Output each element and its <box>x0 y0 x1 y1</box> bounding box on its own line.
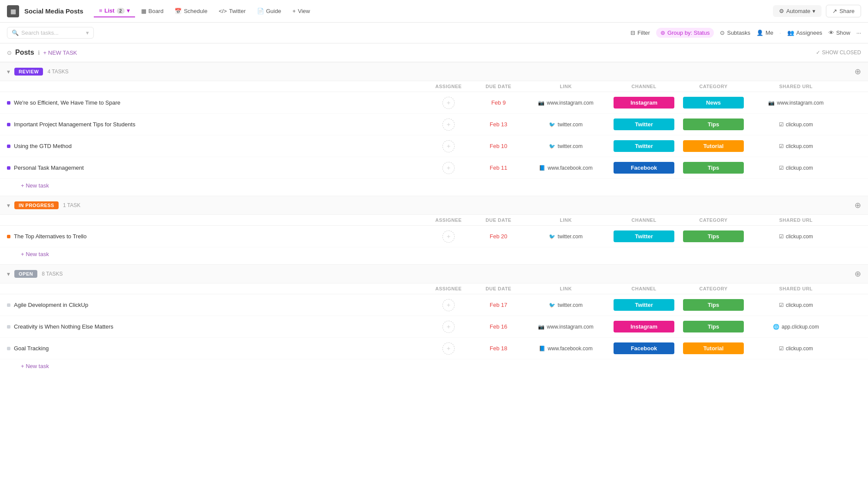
shared-url-cell[interactable]: ☑ clickup.com <box>748 143 844 149</box>
table-row: Personal Task Management ＋ Feb 11 📘 www.… <box>0 157 868 179</box>
category-badge: Tips <box>683 321 744 332</box>
channel-badge: Facebook <box>614 162 674 174</box>
show-closed-button[interactable]: ✓ SHOW CLOSED <box>816 49 861 56</box>
col-header-category: CATEGORY <box>679 84 748 89</box>
task-color-dot <box>7 166 10 170</box>
tab-twitter[interactable]: </> Twitter <box>214 5 251 17</box>
review-group: ▾ REVIEW 4 TASKS ⊕ ASSIGNEE DUE DATE LIN… <box>0 62 868 192</box>
assignee-avatar[interactable]: ＋ <box>442 230 455 243</box>
col-header-link: LINK <box>522 84 609 89</box>
task-color-dot <box>7 145 10 148</box>
assignee-avatar[interactable]: ＋ <box>442 342 455 355</box>
shared-url-cell[interactable]: ☑ clickup.com <box>748 165 844 171</box>
shared-url-cell[interactable]: 📷 www.instagram.com <box>748 100 844 106</box>
filter-button[interactable]: ⊟ Filter <box>630 30 650 36</box>
assignee-avatar[interactable]: ＋ <box>442 162 455 174</box>
clickup-icon: ☑ <box>779 165 784 171</box>
task-name-cell: Important Project Management Tips for St… <box>7 118 422 131</box>
subtasks-button[interactable]: ⊙ Subtasks <box>720 30 750 36</box>
clickup-icon: ☑ <box>779 346 784 352</box>
table-row: Creativity is When Nothing Else Matters … <box>0 316 868 338</box>
inprogress-group: ▾ IN PROGRESS 1 TASK ⊕ ASSIGNEE DUE DATE… <box>0 196 868 261</box>
col-header-due: DUE DATE <box>475 84 522 89</box>
show-button[interactable]: 👁 Show <box>828 30 851 36</box>
due-date-cell: Feb 11 <box>475 165 522 171</box>
instagram-icon: 📷 <box>538 100 545 106</box>
review-add-button[interactable]: ⊕ <box>855 67 861 76</box>
posts-title: Posts <box>15 49 34 56</box>
channel-cell: Twitter <box>609 140 679 152</box>
assignee-avatar[interactable]: ＋ <box>442 140 455 152</box>
more-button[interactable]: ··· <box>856 30 861 36</box>
tab-board[interactable]: ▦ Board <box>136 5 169 17</box>
assignee-avatar[interactable]: ＋ <box>442 299 455 311</box>
check-icon: ✓ <box>816 49 820 56</box>
code-icon: </> <box>219 8 227 14</box>
me-button[interactable]: 👤 Me <box>756 30 773 36</box>
task-color-dot <box>7 123 10 126</box>
task-name[interactable]: Using the GTD Method <box>14 143 72 149</box>
open-collapse-icon[interactable]: ▾ <box>7 270 10 277</box>
tab-list[interactable]: ≡ List 2 ▾ <box>94 5 135 17</box>
inprogress-col-headers: ASSIGNEE DUE DATE LINK CHANNEL CATEGORY … <box>0 215 868 226</box>
list-badge: 2 <box>117 8 125 14</box>
col-header-add <box>844 286 861 291</box>
inprogress-collapse-icon[interactable]: ▾ <box>7 202 10 209</box>
automate-button[interactable]: ⚙ Automate ▾ <box>773 5 822 17</box>
review-new-task-button[interactable]: + New task <box>0 179 868 192</box>
due-date-cell: Feb 9 <box>475 99 522 106</box>
assignee-avatar[interactable]: ＋ <box>442 321 455 333</box>
due-date-cell: Feb 17 <box>475 302 522 308</box>
shared-url-cell[interactable]: ☑ clickup.com <box>748 234 844 240</box>
tab-schedule[interactable]: 📅 Schedule <box>169 5 212 17</box>
open-new-task-button[interactable]: + New task <box>0 359 868 373</box>
link-cell[interactable]: 🐦 twitter.com <box>522 302 609 308</box>
task-name[interactable]: Goal Tracking <box>14 345 49 352</box>
share-button[interactable]: ↗ Share <box>826 5 861 17</box>
shared-url-cell[interactable]: 🌐 app.clickup.com <box>748 324 844 330</box>
shared-url-cell[interactable]: ☑ clickup.com <box>748 122 844 128</box>
shared-url-cell[interactable]: ☑ clickup.com <box>748 302 844 308</box>
task-name[interactable]: Important Project Management Tips for St… <box>14 121 135 128</box>
link-cell[interactable]: 📷 www.instagram.com <box>522 100 609 106</box>
review-collapse-icon[interactable]: ▾ <box>7 68 10 75</box>
col-header-category: CATEGORY <box>679 286 748 291</box>
task-name[interactable]: Agile Development in ClickUp <box>14 302 88 308</box>
category-cell: Tutorial <box>679 140 748 152</box>
search-box[interactable]: 🔍 Search tasks... ▾ <box>7 27 94 39</box>
col-header-channel: CHANNEL <box>609 286 679 291</box>
group-by-button[interactable]: ⊚ Group by: Status <box>656 28 714 38</box>
task-name[interactable]: The Top Alternatives to Trello <box>14 233 86 240</box>
link-cell[interactable]: 🐦 twitter.com <box>522 143 609 149</box>
link-cell[interactable]: 🐦 twitter.com <box>522 122 609 128</box>
shared-url-cell[interactable]: ☑ clickup.com <box>748 346 844 352</box>
link-cell[interactable]: 📷 www.instagram.com <box>522 324 609 330</box>
category-badge: Tips <box>683 162 744 174</box>
assignee-avatar[interactable]: ＋ <box>442 118 455 131</box>
posts-new-task-button[interactable]: + NEW TASK <box>43 49 77 56</box>
clickup-icon: ☑ <box>779 122 784 128</box>
col-header-link: LINK <box>522 217 609 223</box>
link-cell[interactable]: 📘 www.facebook.com <box>522 165 609 171</box>
task-name[interactable]: Creativity is When Nothing Else Matters <box>14 323 113 330</box>
task-name-cell: Creativity is When Nothing Else Matters <box>7 320 422 333</box>
col-header-add <box>844 217 861 223</box>
list-icon: ≡ <box>99 7 102 14</box>
task-name[interactable]: Personal Task Management <box>14 165 84 171</box>
info-icon: ℹ <box>38 49 40 56</box>
tab-add-view[interactable]: + View <box>287 5 315 17</box>
assignees-button[interactable]: 👥 Assignees <box>787 30 822 36</box>
open-add-button[interactable]: ⊕ <box>855 269 861 279</box>
task-color-dot <box>7 347 10 350</box>
separator: · <box>779 30 781 36</box>
inprogress-add-button[interactable]: ⊕ <box>855 201 861 210</box>
inprogress-new-task-button[interactable]: + New task <box>0 247 868 261</box>
assignee-avatar[interactable]: ＋ <box>442 97 455 109</box>
link-cell[interactable]: 🐦 twitter.com <box>522 234 609 240</box>
col-header-shared-url: SHARED URL <box>748 84 844 89</box>
link-cell[interactable]: 📘 www.facebook.com <box>522 346 609 352</box>
task-name[interactable]: We're so Efficient, We Have Time to Spar… <box>14 99 120 106</box>
due-date-cell: Feb 13 <box>475 121 522 128</box>
tab-guide[interactable]: 📄 Guide <box>252 5 287 17</box>
collapse-posts-icon[interactable]: ⊙ <box>7 49 12 56</box>
